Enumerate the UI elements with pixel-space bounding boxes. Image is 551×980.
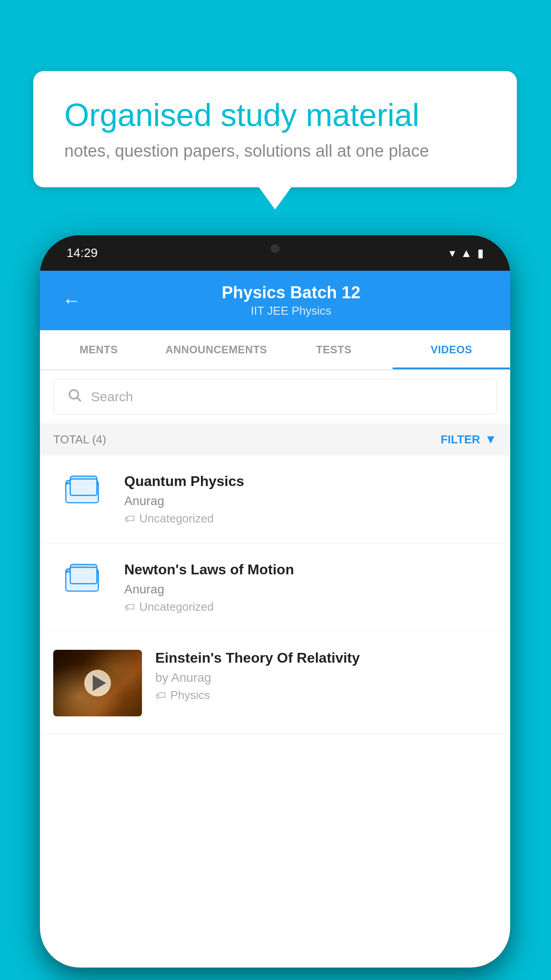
tab-tests[interactable]: TESTS — [275, 330, 393, 369]
video-list: Quantum Physics Anurag 🏷 Uncategorized — [40, 455, 510, 735]
video-author: Anurag — [124, 582, 497, 597]
video-title: Einstein's Theory Of Relativity — [155, 650, 497, 666]
header-title-block: Physics Batch 12 IIT JEE Physics — [94, 283, 488, 318]
video-author: by Anurag — [155, 671, 497, 685]
folder-icon-wrapper — [53, 561, 111, 593]
back-button[interactable]: ← — [62, 290, 81, 311]
svg-point-0 — [70, 390, 79, 399]
video-info: Quantum Physics Anurag 🏷 Uncategorized — [124, 473, 497, 526]
filter-funnel-icon: ▼ — [484, 432, 497, 447]
phone-body: 14:29 ▾ ▲ ▮ ← Physics Batch 12 IIT JEE P… — [40, 235, 510, 968]
tab-ments[interactable]: MENTS — [40, 330, 157, 369]
video-info: Newton's Laws of Motion Anurag 🏷 Uncateg… — [124, 561, 497, 614]
video-title: Newton's Laws of Motion — [124, 561, 497, 578]
speech-bubble: Organised study material notes, question… — [33, 71, 517, 187]
status-time: 14:29 — [67, 246, 98, 260]
signal-icon: ▲ — [460, 246, 472, 260]
bubble-title: Organised study material — [64, 98, 486, 133]
tag-label: Uncategorized — [139, 600, 214, 614]
search-container: Search — [40, 370, 510, 423]
search-icon — [67, 387, 82, 406]
video-thumbnail — [53, 650, 142, 716]
video-tag: 🏷 Uncategorized — [124, 512, 497, 526]
total-label: TOTAL (4) — [53, 433, 106, 447]
bubble-subtitle: notes, question papers, solutions all at… — [64, 142, 486, 161]
tag-icon: 🏷 — [124, 513, 135, 525]
list-item[interactable]: Quantum Physics Anurag 🏷 Uncategorized — [40, 455, 510, 544]
by-label: by Anurag — [155, 671, 211, 684]
svg-rect-5 — [70, 479, 97, 495]
header-subtitle: IIT JEE Physics — [94, 304, 488, 318]
app-screen: ← Physics Batch 12 IIT JEE Physics MENTS… — [40, 271, 510, 968]
tag-label: Physics — [170, 688, 210, 702]
folder-icon — [64, 473, 100, 504]
folder-icon — [64, 561, 100, 593]
wifi-icon: ▾ — [449, 246, 455, 260]
tab-videos[interactable]: VIDEOS — [393, 330, 510, 369]
video-tag: 🏷 Physics — [155, 688, 497, 702]
phone-wrapper: 14:29 ▾ ▲ ▮ ← Physics Batch 12 IIT JEE P… — [40, 235, 510, 968]
tag-label: Uncategorized — [139, 512, 214, 526]
search-bar[interactable]: Search — [53, 379, 497, 415]
video-author: Anurag — [124, 494, 497, 508]
svg-rect-9 — [70, 567, 97, 584]
video-tag: 🏷 Uncategorized — [124, 600, 497, 614]
search-placeholder: Search — [91, 389, 133, 404]
status-icons: ▾ ▲ ▮ — [449, 246, 484, 260]
tag-icon: 🏷 — [155, 689, 166, 702]
tab-announcements[interactable]: ANNOUNCEMENTS — [157, 330, 275, 369]
filter-label: FILTER — [441, 433, 480, 447]
video-title: Quantum Physics — [124, 473, 497, 490]
header-title: Physics Batch 12 — [94, 283, 488, 302]
folder-icon-wrapper — [53, 473, 111, 504]
phone-notch — [240, 235, 311, 262]
app-header: ← Physics Batch 12 IIT JEE Physics — [40, 271, 510, 330]
tabs-bar: MENTS ANNOUNCEMENTS TESTS VIDEOS — [40, 330, 510, 370]
status-bar: 14:29 ▾ ▲ ▮ — [40, 235, 510, 271]
video-info: Einstein's Theory Of Relativity by Anura… — [155, 650, 497, 702]
list-item[interactable]: Newton's Laws of Motion Anurag 🏷 Uncateg… — [40, 544, 510, 632]
filter-row: TOTAL (4) FILTER ▼ — [40, 423, 510, 455]
filter-button[interactable]: FILTER ▼ — [441, 432, 497, 447]
play-icon — [93, 675, 106, 691]
tag-icon: 🏷 — [124, 601, 135, 613]
list-item[interactable]: Einstein's Theory Of Relativity by Anura… — [40, 632, 510, 735]
svg-line-1 — [77, 398, 81, 401]
camera-dot — [271, 244, 279, 253]
battery-icon: ▮ — [477, 246, 484, 260]
